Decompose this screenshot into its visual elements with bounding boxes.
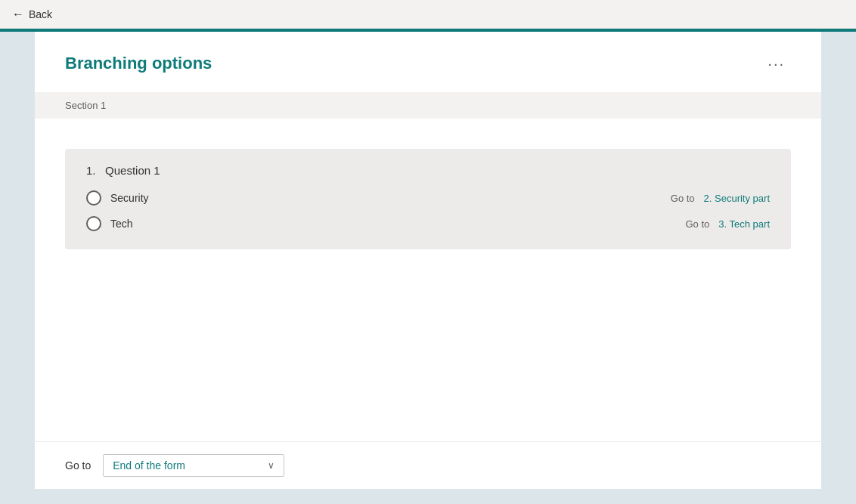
go-to-prefix-security: Go to	[671, 193, 695, 204]
go-to-link-tech[interactable]: 3. Tech part	[718, 218, 770, 230]
go-to-link-security[interactable]: 2. Security part	[704, 193, 770, 204]
goto-label: Go to	[65, 459, 91, 472]
option-right-tech: Go to 3. Tech part	[543, 218, 770, 230]
top-bar: ← Back	[0, 0, 856, 29]
header-card: Branching options ···	[35, 32, 821, 92]
option-label-tech: Tech	[110, 218, 534, 230]
question-number: 1.	[86, 164, 96, 177]
go-to-prefix-tech: Go to	[686, 218, 710, 230]
page-title: Branching options	[65, 54, 212, 73]
back-arrow-icon: ←	[12, 8, 24, 21]
question-title: 1. Question 1	[86, 164, 770, 177]
section-bar: Section 1	[35, 92, 821, 119]
back-label: Back	[29, 8, 52, 20]
question-card: 1. Question 1 Security Go to 2. Security…	[65, 149, 791, 249]
option-label-security: Security	[110, 192, 534, 204]
more-options-button[interactable]: ···	[761, 53, 791, 74]
bottom-goto-row: Go to End of the form ∨	[35, 441, 821, 489]
back-button[interactable]: ← Back	[12, 8, 52, 21]
radio-tech[interactable]	[86, 216, 101, 231]
main-area: Branching options ··· Section 1 1. Quest…	[0, 32, 856, 504]
content-area: 1. Question 1 Security Go to 2. Security…	[35, 119, 821, 441]
question-text: Question 1	[105, 164, 160, 177]
radio-security[interactable]	[86, 190, 101, 206]
chevron-down-icon: ∨	[268, 460, 274, 471]
goto-dropdown[interactable]: End of the form ∨	[103, 454, 284, 477]
option-row-security: Security Go to 2. Security part	[86, 190, 770, 206]
option-row-tech: Tech Go to 3. Tech part	[86, 216, 770, 231]
goto-dropdown-value: End of the form	[113, 459, 185, 472]
section-label: Section 1	[65, 100, 106, 111]
option-right-security: Go to 2. Security part	[543, 193, 770, 204]
